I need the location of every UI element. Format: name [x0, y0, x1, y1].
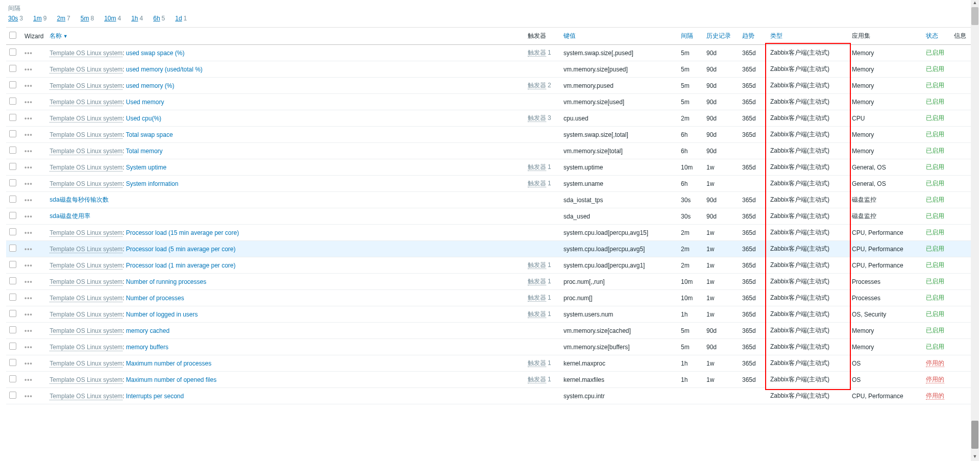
interval-6h[interactable]: 6h	[153, 15, 160, 22]
template-prefix[interactable]: Template OS Linux system	[50, 148, 122, 155]
interval-1m[interactable]: 1m	[33, 15, 42, 22]
template-prefix[interactable]: Template OS Linux system	[50, 50, 122, 57]
template-prefix[interactable]: Template OS Linux system	[50, 393, 122, 400]
wizard-menu-icon[interactable]: •••	[24, 262, 33, 269]
status-link[interactable]: 已启用	[926, 261, 944, 269]
interval-5m[interactable]: 5m	[81, 15, 89, 22]
status-link[interactable]: 已启用	[926, 131, 944, 138]
row-checkbox[interactable]	[9, 212, 16, 219]
row-checkbox[interactable]	[9, 359, 16, 366]
triggers-link[interactable]: 触发器	[528, 82, 546, 89]
item-name-link[interactable]: Total memory	[126, 148, 163, 155]
status-link[interactable]: 已启用	[926, 82, 944, 89]
header-status[interactable]: 状态	[926, 32, 938, 39]
header-name[interactable]: 名称	[50, 32, 67, 39]
wizard-menu-icon[interactable]: •••	[24, 99, 33, 106]
header-key[interactable]: 键值	[564, 32, 576, 39]
row-checkbox[interactable]	[9, 179, 16, 186]
wizard-menu-icon[interactable]: •••	[24, 66, 33, 73]
status-link[interactable]: 已启用	[926, 278, 944, 285]
row-checkbox[interactable]	[9, 163, 16, 170]
wizard-menu-icon[interactable]: •••	[24, 115, 33, 122]
triggers-link[interactable]: 触发器	[528, 359, 546, 367]
template-prefix[interactable]: Template OS Linux system	[50, 164, 122, 172]
wizard-menu-icon[interactable]: •••	[24, 213, 33, 220]
status-link[interactable]: 已启用	[926, 180, 944, 187]
template-prefix[interactable]: Template OS Linux system	[50, 262, 122, 270]
wizard-menu-icon[interactable]: •••	[24, 164, 33, 171]
interval-10m[interactable]: 10m	[104, 15, 116, 22]
row-checkbox[interactable]	[9, 98, 16, 105]
triggers-link[interactable]: 触发器	[528, 163, 546, 171]
template-prefix[interactable]: Template OS Linux system	[50, 115, 122, 123]
wizard-menu-icon[interactable]: •••	[24, 82, 33, 89]
template-prefix[interactable]: Template OS Linux system	[50, 344, 122, 351]
status-link[interactable]: 已启用	[926, 196, 944, 203]
triggers-link[interactable]: 触发器	[528, 278, 546, 285]
header-history[interactable]: 历史记录	[706, 32, 731, 39]
wizard-menu-icon[interactable]: •••	[24, 311, 33, 318]
status-link[interactable]: 停用的	[926, 392, 944, 400]
template-prefix[interactable]: Template OS Linux system	[50, 376, 122, 384]
status-link[interactable]: 已启用	[926, 229, 944, 236]
template-prefix[interactable]: Template OS Linux system	[50, 66, 122, 74]
row-checkbox[interactable]	[9, 228, 16, 235]
triggers-link[interactable]: 触发器	[528, 180, 546, 187]
item-name-link[interactable]: Maximum number of processes	[126, 360, 211, 367]
item-name-link[interactable]: used swap space (%)	[126, 50, 185, 57]
row-checkbox[interactable]	[9, 375, 16, 382]
triggers-link[interactable]: 触发器	[528, 49, 546, 57]
row-checkbox[interactable]	[9, 277, 16, 284]
template-prefix[interactable]: Template OS Linux system	[50, 131, 122, 139]
row-checkbox[interactable]	[9, 310, 16, 317]
item-name-link[interactable]: Interrupts per second	[126, 393, 184, 400]
wizard-menu-icon[interactable]: •••	[24, 180, 33, 187]
wizard-menu-icon[interactable]: •••	[24, 131, 33, 138]
item-name-link[interactable]: memory cached	[126, 327, 169, 334]
wizard-menu-icon[interactable]: •••	[24, 376, 33, 383]
template-prefix[interactable]: Template OS Linux system	[50, 360, 122, 368]
interval-2m[interactable]: 2m	[57, 15, 65, 22]
template-prefix[interactable]: Template OS Linux system	[50, 180, 122, 188]
row-checkbox[interactable]	[9, 48, 16, 56]
row-checkbox[interactable]	[9, 81, 16, 88]
template-prefix[interactable]: Template OS Linux system	[50, 229, 122, 237]
row-checkbox[interactable]	[9, 130, 16, 137]
item-name-link[interactable]: Processor load (5 min average per core)	[126, 246, 236, 253]
status-link[interactable]: 已启用	[926, 212, 944, 220]
row-checkbox[interactable]	[9, 196, 16, 203]
wizard-menu-icon[interactable]: •••	[24, 327, 33, 334]
status-link[interactable]: 已启用	[926, 163, 944, 171]
wizard-menu-icon[interactable]: •••	[24, 197, 33, 204]
row-checkbox[interactable]	[9, 147, 16, 154]
triggers-link[interactable]: 触发器	[528, 376, 546, 383]
status-link[interactable]: 已启用	[926, 294, 944, 301]
scroll-up-icon[interactable]: ▲	[971, 0, 979, 7]
triggers-link[interactable]: 触发器	[528, 294, 546, 302]
header-type[interactable]: 类型	[770, 32, 782, 39]
status-link[interactable]: 已启用	[926, 245, 944, 252]
row-checkbox[interactable]	[9, 343, 16, 350]
item-name-link[interactable]: System information	[126, 180, 179, 187]
item-name-link[interactable]: sda磁盘每秒传输次数	[50, 196, 108, 203]
row-checkbox[interactable]	[9, 294, 16, 301]
wizard-menu-icon[interactable]: •••	[24, 278, 33, 285]
item-name-link[interactable]: Used cpu(%)	[126, 115, 161, 122]
template-prefix[interactable]: Template OS Linux system	[50, 82, 122, 90]
template-prefix[interactable]: Template OS Linux system	[50, 327, 122, 335]
triggers-link[interactable]: 触发器	[528, 310, 546, 318]
wizard-menu-icon[interactable]: •••	[24, 229, 33, 236]
item-name-link[interactable]: sda磁盘使用率	[50, 212, 90, 220]
status-link[interactable]: 已启用	[926, 98, 944, 105]
scrollbar[interactable]: ▲ ▼	[971, 0, 979, 404]
interval-1h[interactable]: 1h	[131, 15, 138, 22]
item-name-link[interactable]: Processor load (15 min average per core)	[126, 229, 239, 236]
row-checkbox[interactable]	[9, 65, 16, 72]
row-checkbox[interactable]	[9, 261, 16, 268]
wizard-menu-icon[interactable]: •••	[24, 246, 33, 253]
status-link[interactable]: 已启用	[926, 310, 944, 318]
template-prefix[interactable]: Template OS Linux system	[50, 311, 122, 319]
row-checkbox[interactable]	[9, 392, 16, 399]
item-name-link[interactable]: Total swap space	[126, 131, 173, 138]
header-trends[interactable]: 趋势	[742, 32, 754, 39]
